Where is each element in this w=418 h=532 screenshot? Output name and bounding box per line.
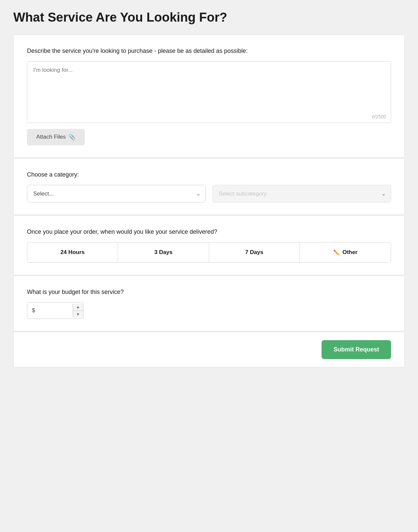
description-label: Describe the service you're looking to p… bbox=[27, 47, 391, 55]
pencil-icon: ✏️ bbox=[333, 249, 340, 256]
currency-symbol: $ bbox=[32, 307, 35, 314]
delivery-option-7days[interactable]: 7 Days bbox=[209, 242, 300, 262]
description-section: Describe the service you're looking to p… bbox=[13, 35, 405, 158]
delivery-option-7days-label: 7 Days bbox=[245, 249, 263, 256]
page-title: What Service Are You Looking For? bbox=[13, 10, 405, 25]
budget-label: What is your budget for this service? bbox=[27, 288, 391, 296]
category-row: Select... ⌄ Select subcategory ⌄ bbox=[27, 185, 391, 202]
category-select[interactable]: Select... bbox=[27, 185, 206, 202]
delivery-option-3days-label: 3 Days bbox=[154, 249, 173, 256]
textarea-wrapper: 0/2500 bbox=[27, 61, 391, 123]
delivery-option-other-label: Other bbox=[343, 249, 357, 256]
budget-increment-button[interactable]: ▲ bbox=[73, 304, 83, 311]
delivery-options-group: 24 Hours 3 Days 7 Days ✏️ Other bbox=[27, 242, 391, 263]
attach-files-button[interactable]: Attach Files 📎 bbox=[27, 129, 85, 145]
budget-input[interactable] bbox=[36, 303, 70, 319]
budget-input-wrapper: $ ▲ ▼ bbox=[27, 302, 83, 319]
form-footer: Submit Request bbox=[13, 332, 405, 367]
delivery-option-24hours[interactable]: 24 Hours bbox=[27, 242, 118, 262]
budget-stepper: ▲ ▼ bbox=[72, 304, 83, 318]
budget-decrement-button[interactable]: ▼ bbox=[73, 311, 83, 318]
char-count: 0/2500 bbox=[372, 114, 386, 119]
category-section: Choose a category: Select... ⌄ Select su… bbox=[13, 158, 405, 215]
attach-files-label: Attach Files bbox=[36, 134, 66, 140]
category-select-wrapper: Select... ⌄ bbox=[27, 185, 206, 202]
budget-section: What is your budget for this service? $ … bbox=[13, 276, 405, 331]
subcategory-select[interactable]: Select subcategory bbox=[212, 185, 391, 202]
submit-request-button[interactable]: Submit Request bbox=[322, 340, 391, 359]
delivery-option-other[interactable]: ✏️ Other bbox=[300, 242, 391, 262]
delivery-option-24hours-label: 24 Hours bbox=[61, 249, 85, 256]
paperclip-icon: 📎 bbox=[69, 134, 75, 141]
delivery-label: Once you place your order, when would yo… bbox=[27, 228, 391, 236]
category-label: Choose a category: bbox=[27, 171, 391, 179]
subcategory-select-wrapper: Select subcategory ⌄ bbox=[212, 185, 391, 202]
service-description-input[interactable] bbox=[27, 62, 391, 121]
delivery-option-3days[interactable]: 3 Days bbox=[118, 242, 209, 262]
delivery-section: Once you place your order, when would yo… bbox=[13, 215, 405, 275]
